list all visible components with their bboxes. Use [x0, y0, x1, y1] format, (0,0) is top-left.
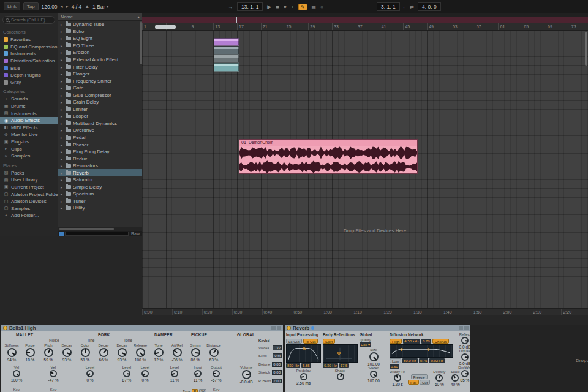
clip-title[interactable]: 01_DemonChoir — [239, 140, 417, 146]
knob[interactable] — [13, 370, 20, 377]
browser-device-row[interactable]: ▸ Dynamic Tube — [58, 21, 142, 28]
browser-device-row[interactable]: ▸ Erosion — [58, 49, 142, 56]
browser-device-row[interactable]: ▸ Saturator — [58, 176, 142, 184]
sidebar-item-place[interactable]: ▢ Samples — [0, 205, 58, 212]
knob[interactable] — [99, 348, 108, 357]
vertical-scrollbar[interactable] — [585, 32, 587, 66]
sidebar-item-collection[interactable]: EQ and Compression — [0, 43, 58, 51]
sidebar-item-place[interactable]: ▧ Packs — [0, 170, 58, 177]
diffuse-knob[interactable] — [461, 353, 469, 361]
browser-device-row[interactable]: ▸ Ping Pong Delay — [58, 148, 142, 156]
loop-start-display[interactable]: 3. 1. 1 — [377, 2, 400, 11]
browser-device-row[interactable]: ▸ Tuner — [58, 198, 142, 205]
stereo-knob[interactable] — [370, 371, 377, 378]
knob[interactable] — [194, 370, 202, 377]
arrangement-overview[interactable] — [142, 13, 588, 23]
predelay-knob[interactable] — [300, 373, 307, 380]
browser-device-row[interactable]: ▸ Simple Delay — [58, 184, 142, 191]
list-header[interactable]: Name ▴ — [58, 13, 142, 21]
quantize-menu[interactable]: 1 Bar▾ — [92, 4, 108, 10]
loop-brace[interactable] — [155, 24, 176, 29]
browser-device-row[interactable]: ▸ Flanger — [58, 70, 142, 78]
chorus-amount-field[interactable]: 0.60 — [390, 364, 399, 369]
spin-xy-display[interactable] — [323, 344, 358, 363]
sidebar-item-collection[interactable]: Favorites — [0, 36, 58, 43]
flat-button[interactable]: Flat — [408, 380, 419, 385]
expand-arrow-icon[interactable]: ▸ — [61, 36, 64, 40]
hi-cut-button[interactable]: Hi Cut — [303, 339, 318, 344]
browser-device-row[interactable]: ▸ External Audio Effect — [58, 56, 142, 64]
raw-toggle[interactable]: Raw — [130, 232, 141, 236]
loop-length-display[interactable]: 4. 0. 0 — [418, 2, 441, 11]
knob[interactable] — [44, 348, 53, 357]
time-ruler[interactable]: 0:000:100:200:300:400:501:001:101:201:30… — [142, 308, 588, 315]
low-shelf-button[interactable]: Low — [390, 358, 401, 363]
low-gain-field[interactable]: 0.75 — [419, 358, 429, 363]
sidebar-item-category[interactable]: ♪ Sounds — [0, 96, 58, 103]
stop-button[interactable]: ■ — [276, 4, 279, 10]
expand-arrow-icon[interactable]: ▸ — [61, 143, 64, 147]
expand-arrow-icon[interactable]: ▸ — [61, 65, 64, 69]
follow-icon[interactable]: → — [228, 4, 233, 10]
expand-arrow-icon[interactable]: ▸ — [61, 149, 64, 154]
sidebar-item-category[interactable]: ⊚ Max for Live — [0, 131, 58, 138]
chorus-rate-field[interactable]: 0.02 Hz — [429, 358, 445, 363]
knob[interactable] — [171, 370, 178, 377]
keybd-value-field[interactable]: 32 — [273, 345, 282, 350]
browser-device-row[interactable]: ▸ Overdrive — [58, 127, 142, 134]
sidebar-item-category[interactable]: ◉ Audio Effects — [0, 117, 58, 124]
sidebar-item-collection[interactable]: Instruments — [0, 50, 58, 58]
reflect-knob[interactable] — [461, 337, 469, 344]
shape-knob[interactable] — [337, 373, 344, 380]
keybd-value-field[interactable]: 0.00 — [272, 370, 282, 375]
expand-arrow-icon[interactable]: ▸ — [61, 114, 64, 118]
expand-arrow-icon[interactable]: ▸ — [61, 29, 64, 34]
browser-device-row[interactable]: ▸ Filter Delay — [58, 63, 142, 70]
spin-handle-icon[interactable] — [337, 352, 341, 355]
play-button[interactable]: ▶ — [267, 4, 271, 10]
decay-time-knob[interactable] — [394, 374, 401, 382]
expand-arrow-icon[interactable]: ▸ — [61, 100, 64, 104]
expand-arrow-icon[interactable]: ▸ — [61, 43, 64, 48]
expand-arrow-icon[interactable]: ▸ — [61, 157, 64, 161]
expand-arrow-icon[interactable]: ▸ — [61, 206, 64, 210]
knob[interactable] — [123, 370, 130, 377]
spin-rate-field[interactable]: 0.30 Hz — [323, 363, 338, 368]
draw-mode-button[interactable]: ✎ — [298, 4, 307, 10]
record-button[interactable]: ● — [284, 4, 287, 10]
high-shelf-button[interactable]: High — [390, 339, 402, 344]
knob[interactable] — [136, 348, 145, 357]
spin-amount-field[interactable]: 17.5 — [339, 363, 349, 368]
sidebar-item-collection[interactable]: Distortion/Saturation — [0, 58, 58, 65]
filter-freq-field[interactable]: 830 Hz — [286, 363, 300, 368]
browser-device-row[interactable]: ▸ EQ Eight — [58, 35, 142, 42]
pickup-type-w-button[interactable]: W — [199, 389, 206, 392]
knob[interactable] — [50, 370, 57, 377]
re-enable-automation-icon[interactable]: ○ — [320, 4, 323, 10]
high-gain-field[interactable]: 0.70 — [421, 339, 431, 344]
expand-arrow-icon[interactable]: ▸ — [61, 58, 64, 62]
clip-teal[interactable] — [214, 63, 239, 72]
arrangement-position-display[interactable]: 13. 1. 1 — [237, 2, 263, 11]
sidebar-item-collection[interactable]: Gray — [0, 79, 58, 86]
sidebar-item-collection[interactable]: Blue — [0, 64, 58, 72]
high-shelf-handle-icon[interactable] — [427, 348, 430, 351]
volume-knob[interactable] — [242, 370, 251, 379]
expand-arrow-icon[interactable]: ▸ — [61, 72, 64, 76]
dry-wet-knob[interactable] — [461, 370, 469, 377]
expand-arrow-icon[interactable]: ▸ — [61, 22, 64, 26]
freeze-button[interactable]: Freeze — [411, 374, 428, 379]
tempo-display[interactable]: 120.00 — [42, 4, 58, 10]
low-freq-field[interactable]: 80.0 Hz — [402, 358, 418, 363]
browser-device-row[interactable]: ▸ Pedal — [58, 134, 142, 141]
nudge-down-icon[interactable]: ◂ — [61, 4, 63, 9]
browser-device-row[interactable]: ▸ Redux — [58, 155, 142, 162]
device-title-bar[interactable]: Reverb — [285, 325, 470, 331]
filter-handle-icon[interactable] — [303, 347, 306, 350]
sidebar-item-place[interactable]: + Add Folder... — [0, 212, 58, 219]
clip-slate[interactable] — [214, 46, 239, 55]
expand-arrow-icon[interactable]: ▸ — [61, 178, 64, 182]
horizontal-scrollbar[interactable] — [58, 227, 142, 231]
automation-mode-icon[interactable]: ▦ — [312, 4, 317, 10]
save-preset-icon[interactable] — [464, 326, 469, 330]
